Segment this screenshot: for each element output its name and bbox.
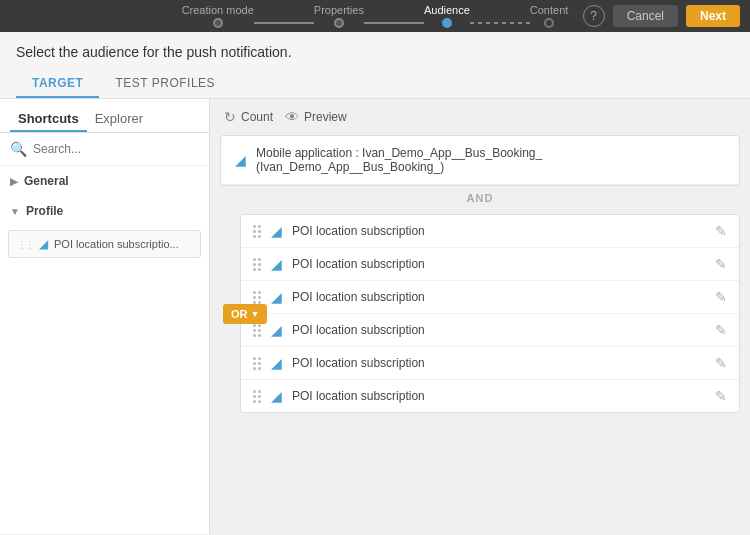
drag-handle-icon (253, 258, 261, 271)
step-label: Audience (424, 4, 470, 16)
condition-row: ◢ POI location subscription ✎ (241, 215, 739, 248)
preview-label: Preview (304, 110, 347, 124)
top-bar: Creation mode Properties Audience Conten… (0, 0, 750, 32)
tab-test-profiles[interactable]: TEST PROFILES (99, 70, 231, 98)
step-connector (470, 22, 530, 24)
progress-steps: Creation mode Properties Audience Conten… (182, 4, 569, 28)
sidebar-profile-header[interactable]: ▼ Profile (0, 196, 209, 226)
edit-icon[interactable]: ✎ (715, 388, 727, 404)
eye-icon: 👁 (285, 109, 299, 125)
count-button[interactable]: ↻ Count (224, 109, 273, 125)
page-title: Select the audience for the push notific… (16, 44, 734, 60)
sidebar-section-general: ▶ General (0, 166, 209, 196)
step-dot (442, 18, 452, 28)
filter-icon: ◢ (271, 256, 282, 272)
refresh-icon: ↻ (224, 109, 236, 125)
tab-target[interactable]: TARGET (16, 70, 99, 98)
main-layout: Shortcuts Explorer 🔍 ▶ General ▼ Profile… (0, 99, 750, 534)
edit-icon[interactable]: ✎ (715, 289, 727, 305)
condition-row: ◢ POI location subscription ✎ (241, 281, 739, 314)
count-label: Count (241, 110, 273, 124)
condition-label: POI location subscription (292, 323, 705, 337)
filter-icon: ◢ (235, 152, 246, 168)
step-properties: Properties (314, 4, 364, 28)
drag-handle-icon (253, 291, 261, 304)
step-connector (254, 22, 314, 24)
drag-handle-icon (253, 225, 261, 238)
sidebar-item-label: POI location subscriptio... (54, 238, 179, 250)
step-creation-mode: Creation mode (182, 4, 254, 28)
top-bar-actions: ? Cancel Next (583, 5, 740, 27)
sidebar-tab-explorer[interactable]: Explorer (87, 107, 151, 132)
step-dot (334, 18, 344, 28)
or-label: OR (231, 308, 248, 320)
or-conditions-wrapper: OR ▼ ◢ POI location subscription ✎ (220, 210, 740, 413)
preview-button[interactable]: 👁 Preview (285, 109, 347, 125)
main-filter-row: ◢ Mobile application : Ivan_Demo_App__Bu… (221, 136, 739, 185)
filter-icon: ◢ (271, 355, 282, 371)
and-separator: AND (220, 186, 740, 210)
sidebar-general-label: General (24, 174, 69, 188)
condition-label: POI location subscription (292, 389, 705, 403)
step-label: Creation mode (182, 4, 254, 16)
drag-handle-icon (253, 324, 261, 337)
content-area: ↻ Count 👁 Preview ◢ Mobile application :… (210, 99, 750, 534)
sub-header: Select the audience for the push notific… (0, 32, 750, 99)
filter-icon: ◢ (271, 289, 282, 305)
sidebar-item-poi[interactable]: ⋮⋮ ◢ POI location subscriptio... (8, 230, 201, 258)
sidebar-profile-label: Profile (26, 204, 63, 218)
condition-label: POI location subscription (292, 356, 705, 370)
step-dot (544, 18, 554, 28)
step-label: Properties (314, 4, 364, 16)
edit-icon[interactable]: ✎ (715, 355, 727, 371)
step-audience: Audience (424, 4, 470, 28)
step-label: Content (530, 4, 569, 16)
chevron-down-icon: ▼ (251, 309, 260, 319)
edit-icon[interactable]: ✎ (715, 322, 727, 338)
drag-handle-icon (253, 390, 261, 403)
search-input[interactable] (33, 142, 199, 156)
condition-row: ◢ POI location subscription ✎ (241, 248, 739, 281)
or-conditions-panel: OR ▼ ◢ POI location subscription ✎ (240, 214, 740, 413)
help-button[interactable]: ? (583, 5, 605, 27)
cancel-button[interactable]: Cancel (613, 5, 678, 27)
search-box: 🔍 (0, 133, 209, 166)
condition-label: POI location subscription (292, 290, 705, 304)
next-button[interactable]: Next (686, 5, 740, 27)
toolbar: ↻ Count 👁 Preview (220, 109, 740, 125)
drag-handle-icon: ⋮⋮ (17, 239, 33, 250)
sidebar-general-header[interactable]: ▶ General (0, 166, 209, 196)
condition-row: ◢ POI location subscription ✎ (241, 314, 739, 347)
condition-label: POI location subscription (292, 257, 705, 271)
sidebar-tab-bar: Shortcuts Explorer (0, 99, 209, 133)
chevron-down-icon: ▼ (10, 206, 20, 217)
drag-handle-icon (253, 357, 261, 370)
search-icon: 🔍 (10, 141, 27, 157)
chevron-right-icon: ▶ (10, 176, 18, 187)
filter-icon: ◢ (271, 223, 282, 239)
sidebar: Shortcuts Explorer 🔍 ▶ General ▼ Profile… (0, 99, 210, 534)
sidebar-section-profile: ▼ Profile ⋮⋮ ◢ POI location subscriptio.… (0, 196, 209, 262)
step-connector (364, 22, 424, 24)
tab-bar: TARGET TEST PROFILES (16, 70, 734, 98)
step-content: Content (530, 4, 569, 28)
main-filter-label: Mobile application : Ivan_Demo_App__Bus_… (256, 146, 725, 174)
condition-row: ◢ POI location subscription ✎ (241, 380, 739, 412)
filter-icon: ◢ (39, 237, 48, 251)
filter-icon: ◢ (271, 322, 282, 338)
main-filter-panel: ◢ Mobile application : Ivan_Demo_App__Bu… (220, 135, 740, 186)
or-button[interactable]: OR ▼ (223, 304, 267, 324)
condition-label: POI location subscription (292, 224, 705, 238)
sidebar-tab-shortcuts[interactable]: Shortcuts (10, 107, 87, 132)
filter-icon: ◢ (271, 388, 282, 404)
step-dot (213, 18, 223, 28)
edit-icon[interactable]: ✎ (715, 256, 727, 272)
edit-icon[interactable]: ✎ (715, 223, 727, 239)
condition-row: ◢ POI location subscription ✎ (241, 347, 739, 380)
